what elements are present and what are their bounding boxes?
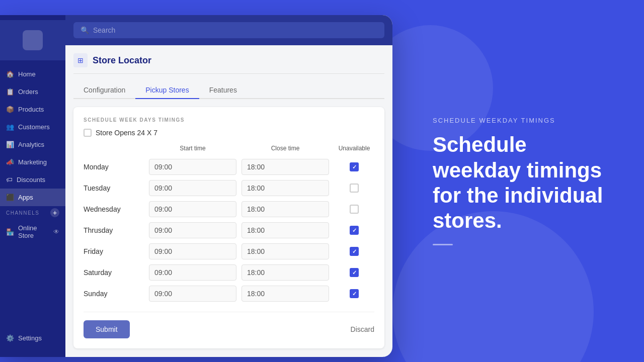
start-time-input-4[interactable]	[149, 243, 236, 259]
add-channel-button[interactable]: +	[50, 208, 59, 217]
close-time-input-2[interactable]	[242, 201, 329, 217]
sidebar-item-customers-label: Customers	[18, 123, 50, 131]
marketing-icon: 📣	[6, 158, 14, 166]
schedule-table-header: Start time Close time Unavailable	[84, 145, 374, 155]
products-icon: 📦	[6, 106, 14, 113]
start-time-input-6[interactable]	[149, 286, 236, 302]
app-window: 🏠 Home 📋 Orders 📦 Products 👥 Customers 📊…	[0, 15, 392, 357]
tabs: Configuration Pickup Stores Features	[73, 82, 384, 99]
sidebar-item-online-store[interactable]: 🏪 Online Store 👁	[0, 219, 65, 244]
main-content: 🔍 ⊞ Store Locator Configuration Pickup S…	[65, 15, 392, 357]
search-input[interactable]	[93, 26, 377, 34]
sidebar-item-settings-label: Settings	[18, 334, 42, 342]
close-time-input-3[interactable]	[242, 222, 329, 238]
unavailable-checkbox-4[interactable]: ✓	[350, 247, 359, 256]
sidebar-item-customers[interactable]: 👥 Customers	[0, 118, 65, 136]
page-title: Store Locator	[93, 55, 151, 66]
sidebar-item-home-label: Home	[18, 70, 36, 78]
store-24x7-label: Store Opens 24 X 7	[96, 129, 157, 137]
sidebar-item-settings[interactable]: ⚙️ Settings	[0, 329, 65, 347]
schedule-card: SCHEDULE WEEK DAYS TIMINGS Store Opens 2…	[73, 107, 384, 348]
col-day-header	[84, 145, 144, 152]
apps-icon: ⬛	[6, 194, 14, 201]
sidebar-item-marketing-label: Marketing	[18, 158, 47, 166]
schedule-row: Friday ✓	[84, 243, 374, 259]
sidebar-item-home[interactable]: 🏠 Home	[0, 65, 65, 83]
settings-icon: ⚙️	[6, 334, 14, 342]
schedule-row: Tuesday	[84, 180, 374, 196]
day-label-6: Sunday	[84, 290, 144, 298]
unavailable-checkbox-1[interactable]	[350, 184, 359, 193]
discounts-icon: 🏷	[6, 176, 13, 184]
day-label-3: Thrusday	[84, 226, 144, 234]
sidebar-item-orders-label: Orders	[18, 88, 38, 96]
start-time-input-5[interactable]	[149, 264, 236, 281]
submit-button[interactable]: Submit	[84, 320, 130, 338]
analytics-icon: 📊	[6, 141, 14, 148]
unavailable-cell-2	[334, 205, 374, 214]
sidebar-item-discounts[interactable]: 🏷 Discounts	[0, 171, 65, 189]
schedule-row: Sunday ✓	[84, 286, 374, 302]
schedule-row: Saturday ✓	[84, 264, 374, 281]
start-time-input-3[interactable]	[149, 222, 236, 238]
unavailable-checkbox-6[interactable]: ✓	[350, 289, 359, 298]
search-bar[interactable]: 🔍	[73, 22, 384, 38]
unavailable-checkbox-0[interactable]: ✓	[350, 162, 359, 171]
store-24x7-checkbox[interactable]	[84, 129, 92, 137]
action-row: Submit Discard	[84, 312, 374, 338]
sidebar-item-apps[interactable]: ⬛ Apps	[0, 189, 65, 206]
right-panel-title: Schedule weekday timings for the individ…	[433, 132, 614, 234]
start-time-input-1[interactable]	[149, 180, 236, 196]
sidebar-item-orders[interactable]: 📋 Orders	[0, 83, 65, 101]
unavailable-cell-5: ✓	[334, 268, 374, 277]
tab-configuration[interactable]: Configuration	[73, 82, 135, 99]
sidebar-item-marketing[interactable]: 📣 Marketing	[0, 153, 65, 171]
unavailable-cell-3: ✓	[334, 226, 374, 235]
home-icon: 🏠	[6, 70, 14, 78]
col-unavailable-header: Unavailable	[334, 145, 374, 152]
tab-features[interactable]: Features	[199, 82, 247, 99]
unavailable-cell-4: ✓	[334, 247, 374, 256]
sidebar-item-products[interactable]: 📦 Products	[0, 101, 65, 118]
schedule-section-title: SCHEDULE WEEK DAYS TIMINGS	[84, 117, 374, 123]
close-time-input-6[interactable]	[242, 286, 329, 302]
schedule-row: Thrusday ✓	[84, 222, 374, 238]
sidebar-logo	[23, 30, 43, 50]
tab-pickup-stores[interactable]: Pickup Stores	[135, 82, 199, 99]
day-label-5: Saturday	[84, 268, 144, 277]
channels-section-header: CHANNELS +	[0, 206, 65, 219]
unavailable-checkbox-2[interactable]	[350, 205, 359, 214]
schedule-table: Monday ✓ Tuesday Wednesday Thrusday ✓ Fr…	[84, 159, 374, 302]
sidebar-logo-area	[0, 20, 65, 60]
day-label-4: Friday	[84, 247, 144, 255]
topbar: 🔍	[65, 15, 392, 45]
sidebar: 🏠 Home 📋 Orders 📦 Products 👥 Customers 📊…	[0, 15, 65, 357]
customers-icon: 👥	[6, 123, 14, 131]
page-header: ⊞ Store Locator	[73, 53, 384, 74]
schedule-row: Wednesday	[84, 201, 374, 217]
online-store-icon: 🏪	[6, 228, 14, 236]
store-locator-icon: ⊞	[73, 53, 88, 67]
unavailable-cell-0: ✓	[334, 162, 374, 171]
sidebar-bottom: ⚙️ Settings	[0, 329, 65, 357]
day-label-0: Monday	[84, 163, 144, 171]
unavailable-checkbox-3[interactable]: ✓	[350, 226, 359, 235]
close-time-input-5[interactable]	[242, 264, 329, 281]
unavailable-checkbox-5[interactable]: ✓	[350, 268, 359, 277]
unavailable-cell-6: ✓	[334, 289, 374, 298]
day-label-1: Tuesday	[84, 184, 144, 192]
start-time-input-2[interactable]	[149, 201, 236, 217]
close-time-input-4[interactable]	[242, 243, 329, 259]
close-time-input-1[interactable]	[242, 180, 329, 196]
sidebar-item-analytics[interactable]: 📊 Analytics	[0, 136, 65, 153]
discard-button[interactable]: Discard	[351, 325, 374, 333]
right-panel-subtitle: SCHEDULE WEEKDAY TIMINGS	[433, 117, 614, 124]
orders-icon: 📋	[6, 88, 14, 96]
close-time-input-0[interactable]	[242, 159, 329, 175]
day-label-2: Wednesday	[84, 205, 144, 213]
sidebar-item-online-store-label: Online Store	[18, 224, 49, 239]
store-24x7-row: Store Opens 24 X 7	[84, 129, 374, 137]
online-store-eye-icon: 👁	[53, 228, 59, 235]
sidebar-item-products-label: Products	[18, 106, 44, 113]
start-time-input-0[interactable]	[149, 159, 236, 175]
